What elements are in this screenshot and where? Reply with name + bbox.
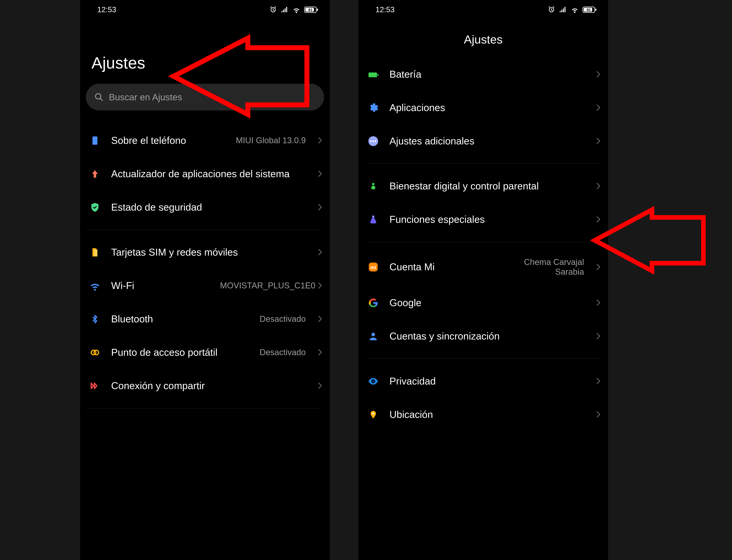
wellbeing-icon: [366, 179, 380, 193]
row-apps[interactable]: Aplicaciones: [359, 91, 608, 124]
flask-icon: [366, 212, 380, 227]
row-additional-settings[interactable]: Ajustes adicionales: [359, 124, 608, 158]
status-bar: 12:53 81: [359, 0, 608, 17]
row-value: Desactivado: [260, 314, 306, 324]
row-label: Ajustes adicionales: [389, 135, 584, 147]
svg-text:mi: mi: [370, 265, 376, 270]
row-label: Ubicación: [389, 408, 584, 421]
row-label: Sobre el teléfono: [111, 134, 227, 147]
svg-rect-12: [368, 72, 377, 77]
row-privacy[interactable]: Privacidad: [359, 364, 608, 398]
status-bar: 12:53 81: [80, 0, 330, 17]
bluetooth-icon: [88, 312, 102, 326]
search-placeholder: Buscar en Ajustes: [109, 92, 182, 102]
chevron-right-icon: [597, 71, 602, 78]
alarm-icon: [269, 6, 277, 14]
chevron-right-icon: [597, 411, 602, 418]
row-hotspot[interactable]: Punto de acceso portátil Desactivado: [80, 336, 330, 369]
row-label: Conexión y compartir: [111, 379, 306, 392]
row-digital-wellbeing[interactable]: Bienestar digital y control parental: [359, 169, 608, 203]
phone-1-settings-root: 12:53 81 Ajustes Buscar en Ajustes Sobre…: [80, 0, 330, 560]
shield-icon: [88, 200, 102, 214]
google-logo-icon: [366, 296, 380, 310]
phone-2-settings-scrolled: 12:53 81 Ajustes Batería Aplicaciones Aj…: [359, 0, 608, 560]
row-wifi[interactable]: Wi-Fi MOVISTAR_PLUS_C1E0: [80, 269, 330, 302]
row-label: Estado de seguridad: [111, 201, 306, 214]
row-google[interactable]: Google: [359, 286, 608, 319]
chevron-right-icon: [597, 378, 602, 385]
row-security-status[interactable]: Estado de seguridad: [80, 191, 330, 224]
svg-point-15: [370, 140, 372, 142]
phone-icon: [88, 133, 102, 148]
page-title: Ajustes: [80, 17, 330, 84]
row-value: MIUI Global 13.0.9: [236, 136, 306, 145]
battery-icon: [366, 67, 380, 81]
chevron-right-icon: [597, 216, 602, 223]
svg-rect-5: [92, 136, 97, 145]
battery-icon: 81: [582, 6, 597, 14]
signal-icon: [281, 6, 289, 14]
row-battery[interactable]: Batería: [359, 58, 608, 91]
eye-icon: [366, 374, 380, 388]
signal-icon: [559, 6, 567, 14]
row-label: Wi-Fi: [111, 279, 211, 292]
chevron-right-icon: [318, 383, 324, 389]
sim-card-icon: [88, 245, 102, 259]
status-icons: 81: [547, 6, 597, 14]
row-label: Aplicaciones: [389, 101, 584, 114]
row-label: Bienestar digital y control parental: [389, 180, 584, 192]
row-label: Cuentas y sincronización: [389, 330, 584, 343]
section-divider: [88, 230, 322, 230]
row-label: Bluetooth: [111, 313, 251, 325]
row-sim-cards[interactable]: Tarjetas SIM y redes móviles: [80, 236, 330, 269]
search-input[interactable]: Buscar en Ajustes: [86, 84, 324, 110]
more-dots-icon: [366, 134, 380, 148]
svg-point-19: [372, 216, 374, 217]
location-pin-icon: [366, 407, 380, 422]
page-title: Ajustes: [359, 17, 608, 58]
chevron-right-icon: [318, 137, 324, 144]
chevron-right-icon: [318, 282, 324, 289]
update-arrow-icon: [88, 167, 102, 181]
chevron-right-icon: [597, 105, 602, 111]
chevron-right-icon: [597, 333, 602, 340]
row-connection-sharing[interactable]: Conexión y compartir: [80, 369, 330, 402]
row-label: Cuenta Mi: [389, 261, 489, 273]
wifi-icon: [88, 278, 102, 293]
row-special-features[interactable]: Funciones especiales: [359, 203, 608, 236]
section-divider: [366, 163, 600, 164]
svg-rect-1: [317, 9, 318, 11]
row-label: Google: [389, 296, 584, 309]
svg-text:81: 81: [587, 8, 591, 12]
wifi-icon: [570, 6, 579, 14]
status-icons: 81: [269, 6, 318, 14]
row-mi-account[interactable]: mi Cuenta Mi Chema Carvajal Sarabia: [359, 248, 608, 286]
row-system-app-updater[interactable]: Actualizador de aplicaciones del sistema: [80, 157, 330, 191]
svg-point-22: [371, 333, 375, 336]
chevron-right-icon: [597, 138, 602, 144]
row-label: Tarjetas SIM y redes móviles: [111, 246, 306, 259]
row-label: Batería: [389, 68, 584, 81]
row-label: Funciones especiales: [389, 213, 584, 226]
person-icon: [366, 329, 380, 343]
svg-rect-13: [377, 74, 378, 76]
row-value: MOVISTAR_PLUS_C1E0: [220, 281, 306, 290]
svg-point-16: [372, 140, 374, 142]
row-accounts-sync[interactable]: Cuentas y sincronización: [359, 319, 608, 353]
row-about-phone[interactable]: Sobre el teléfono MIUI Global 13.0.9: [80, 124, 330, 157]
chevron-right-icon: [597, 264, 602, 270]
chevron-right-icon: [318, 349, 324, 356]
row-label: Privacidad: [389, 375, 584, 388]
row-value: Chema Carvajal Sarabia: [498, 257, 584, 277]
svg-text:81: 81: [309, 8, 313, 12]
row-bluetooth[interactable]: Bluetooth Desactivado: [80, 302, 330, 336]
chevron-right-icon: [597, 300, 602, 306]
chevron-right-icon: [318, 316, 324, 322]
hotspot-icon: [88, 345, 102, 360]
row-label: Punto de acceso portátil: [111, 346, 251, 359]
svg-point-18: [372, 183, 374, 185]
alarm-icon: [547, 6, 555, 14]
search-icon: [94, 93, 104, 102]
chevron-right-icon: [318, 249, 324, 256]
row-location[interactable]: Ubicación: [359, 398, 608, 431]
